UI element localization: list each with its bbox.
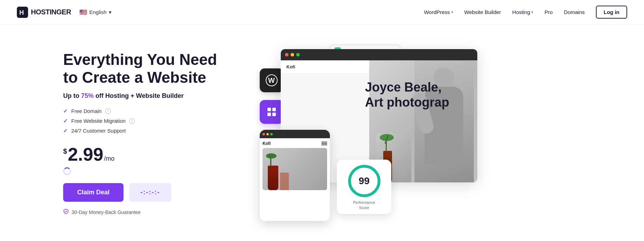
loading-spinner <box>63 167 71 175</box>
chevron-down-icon: ▾ <box>109 9 112 15</box>
performance-label-line2: Score <box>359 206 369 210</box>
flag-icon: 🇺🇸 <box>79 8 87 16</box>
nav-item-hosting[interactable]: Hosting ▾ <box>512 9 533 15</box>
nav-item-pro[interactable]: Pro <box>544 9 552 15</box>
browser-dot-green <box>296 53 300 56</box>
svg-rect-4 <box>267 108 271 111</box>
chevron-down-icon: ▾ <box>531 10 533 14</box>
money-back-guarantee: 30-Day Money-Back Guarantee <box>63 209 232 216</box>
performance-circle: 99 <box>347 163 382 199</box>
navbar-nav: WordPress ▾ Website Builder Hosting ▾ Pr… <box>424 6 627 19</box>
svg-rect-6 <box>267 113 271 116</box>
spinner-row <box>63 166 232 176</box>
hero-section: Everything You Need to Create a Website … <box>0 25 644 241</box>
nav-item-wordpress[interactable]: WordPress ▾ <box>424 9 453 15</box>
list-item: ✓ 24/7 Customer Support <box>63 128 232 134</box>
list-item: ✓ Free Domain i <box>63 108 232 114</box>
price-row: $ 2.99 /mo <box>63 145 232 163</box>
wordpress-app-icon: W <box>260 68 284 92</box>
check-icon: ✓ <box>63 118 68 124</box>
svg-text:H: H <box>19 9 24 16</box>
browser-dot-red <box>285 53 288 56</box>
navbar-left: H HOSTINGER 🇺🇸 English ▾ <box>17 7 112 18</box>
hero-subtitle: Up to 75% off Hosting + Website Builder <box>63 92 232 100</box>
performance-label-line1: Performance <box>353 200 375 205</box>
brand-name: HOSTINGER <box>31 8 71 16</box>
login-button[interactable]: Log in <box>596 6 627 19</box>
cta-row: Claim Deal -:-:-:- <box>63 183 232 202</box>
feature-label: Free Domain <box>71 108 102 114</box>
mobile-menu-icon <box>321 142 327 145</box>
browser-art-text: Joyce Beale, Art photograp <box>365 80 449 110</box>
builder-app-icon <box>260 100 284 124</box>
mobile-bar <box>260 130 330 138</box>
svg-text:W: W <box>268 76 275 84</box>
nav-item-label: Website Builder <box>464 9 501 15</box>
mobile-content: Kofi <box>260 138 330 221</box>
features-list: ✓ Free Domain i ✓ Free Website Migration… <box>63 108 232 134</box>
art-text-line1: Joyce Beale, <box>365 80 449 95</box>
performance-score-number: 99 <box>359 175 370 187</box>
feature-label: Free Website Migration <box>71 118 126 124</box>
feature-label: 24/7 Customer Support <box>71 128 126 134</box>
mobile-dot-green <box>270 133 273 135</box>
price-symbol: $ <box>63 147 67 155</box>
mobile-dot-yellow <box>266 133 269 135</box>
mobile-mockup: Kofi <box>260 130 330 221</box>
countdown-timer: -:-:-:- <box>129 183 171 202</box>
info-icon[interactable]: i <box>105 108 111 114</box>
price-amount: 2.99 <box>68 145 103 163</box>
performance-inner: 99 <box>359 175 370 187</box>
performance-label: Performance Score <box>353 200 375 210</box>
money-back-text: 30-Day Money-Back Guarantee <box>72 209 141 215</box>
language-label: English <box>89 9 106 15</box>
hero-subtitle-prefix: Up to <box>63 92 81 99</box>
language-selector[interactable]: 🇺🇸 English ▾ <box>79 8 111 16</box>
hero-content: Everything You Need to Create a Website … <box>63 51 232 215</box>
shield-icon <box>63 209 69 216</box>
hero-discount: 75% <box>81 92 94 99</box>
performance-score-card: 99 Performance Score <box>337 160 391 214</box>
list-item: ✓ Free Website Migration i <box>63 118 232 124</box>
browser-dot-yellow <box>291 53 294 56</box>
check-icon: ✓ <box>63 108 68 114</box>
claim-deal-button[interactable]: Claim Deal <box>63 183 124 202</box>
mobile-site-name: Kofi <box>263 141 271 146</box>
mobile-image-area <box>263 148 327 190</box>
hero-image-area: 🔒 .com W <box>253 39 627 228</box>
browser-site-name: Kofi <box>286 64 295 69</box>
mobile-dot-red <box>263 133 265 135</box>
svg-rect-5 <box>272 108 276 111</box>
hero-title: Everything You Need to Create a Website <box>63 51 232 86</box>
info-icon[interactable]: i <box>129 118 135 124</box>
price-per: /mo <box>104 155 114 162</box>
logo[interactable]: H HOSTINGER <box>17 7 71 18</box>
hero-subtitle-suffix: off Hosting + Website Builder <box>94 92 184 99</box>
chevron-down-icon: ▾ <box>451 10 453 14</box>
art-text-line2: Art photograp <box>365 95 449 110</box>
nav-item-label: Domains <box>564 9 585 15</box>
nav-item-label: WordPress <box>424 9 450 15</box>
hostinger-logo-icon: H <box>17 7 28 18</box>
mobile-nav: Kofi <box>263 141 327 146</box>
nav-item-domains[interactable]: Domains <box>564 9 585 15</box>
nav-item-website-builder[interactable]: Website Builder <box>464 9 501 15</box>
navbar: H HOSTINGER 🇺🇸 English ▾ WordPress ▾ Web… <box>0 0 644 25</box>
check-icon: ✓ <box>63 128 68 134</box>
nav-item-label: Hosting <box>512 9 530 15</box>
browser-bar <box>281 49 477 60</box>
nav-item-label: Pro <box>544 9 552 15</box>
svg-rect-7 <box>272 113 276 116</box>
